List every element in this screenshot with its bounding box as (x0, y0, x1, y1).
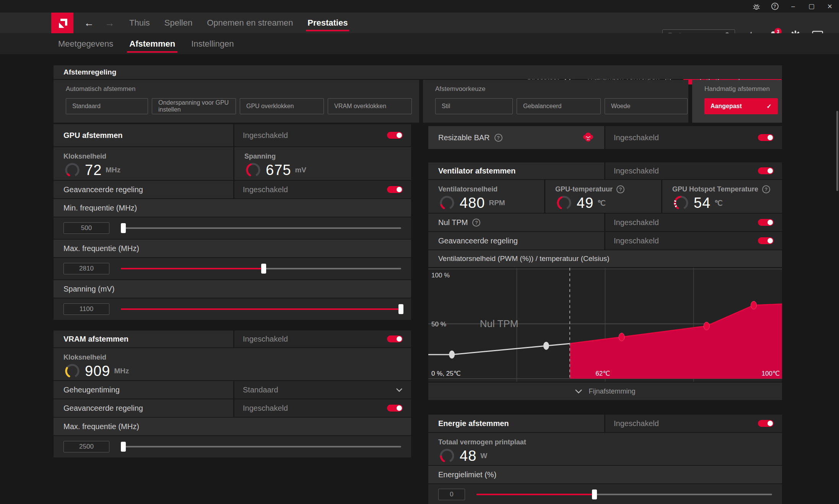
slider-thumb[interactable] (261, 264, 266, 274)
hotspot-help-icon[interactable]: ? (762, 185, 770, 193)
auto-tuning-label: Automatisch afstemmen (66, 85, 419, 93)
resizable-bar-toggle[interactable] (758, 134, 774, 141)
nav-item-opnemen[interactable]: Opnemen en streamen (207, 13, 293, 33)
gpu-max-freq-label-row: Max. frequentie (MHz) (54, 240, 411, 257)
fan-curve-area (570, 304, 782, 379)
slider-thumb[interactable] (121, 223, 126, 233)
zero-rpm-toggle[interactable] (758, 219, 774, 226)
fan-enabled-cell: Ingeschakeld (605, 162, 782, 179)
tab-instellingen[interactable]: Instellingen (191, 33, 234, 54)
preset-aangepast-label: Aangepast (711, 103, 742, 110)
nav-item-prestaties[interactable]: Prestaties (307, 13, 348, 33)
power-limit-slider-row (428, 484, 782, 504)
fan-speed-label: Ventilatorsnelheid (438, 185, 534, 193)
tbp-gauge-cell: Totaal vermogen printplaat 48 W (428, 433, 782, 465)
close-icon: × (828, 2, 832, 11)
titlebar[interactable]: ? – ▢ × (0, 0, 839, 13)
fine-tuning-expander[interactable]: Fijnafstemming (428, 382, 782, 400)
auto-tuning-group: Automatisch afstemmen Standaard Onderspa… (54, 80, 419, 123)
preset-undervolt-gpu[interactable]: Onderspanning voor GPU instellen (152, 98, 236, 114)
x-tick-min: 0 %, 25℃ (431, 370, 461, 377)
vram-max-freq-label-row: Max. frequentie (MHz) (54, 418, 411, 435)
gpu-voltage-value: 675 (266, 162, 291, 178)
gpu-max-freq-input[interactable] (63, 263, 109, 274)
resizable-bar-label: Resizable BAR (438, 133, 490, 142)
scrollbar[interactable] (836, 111, 838, 191)
fan-curve-handle[interactable] (751, 301, 757, 309)
gpu-temp-help-icon[interactable]: ? (616, 185, 624, 193)
preset-overclock-gpu[interactable]: GPU overklokken (240, 98, 324, 114)
preset-gebalanceerd[interactable]: Gebalanceerd (517, 98, 601, 114)
preset-standaard[interactable]: Standaard (66, 98, 148, 114)
maximize-button[interactable]: ▢ (802, 0, 821, 13)
zero-rpm-label: Nul TPM (438, 218, 468, 227)
power-limit-label-row: Energielimiet (%) (428, 466, 782, 483)
fan-curve-handle[interactable] (704, 322, 709, 330)
vram-timing-select[interactable]: Standaard (234, 381, 411, 399)
resizable-bar-enabled-cell: Ingeschakeld (605, 126, 782, 149)
vram-max-freq-input[interactable] (63, 441, 109, 452)
fan-curve-handle[interactable] (619, 333, 624, 341)
slider-thumb[interactable] (592, 489, 597, 499)
bug-report-icon[interactable] (747, 0, 766, 13)
gpu-advanced-toggle[interactable] (387, 186, 403, 193)
amd-logo[interactable] (51, 13, 73, 33)
power-tuning-card: Energie afstemmen Ingeschakeld Totaal ve… (428, 415, 782, 504)
gpu-min-freq-label-row: Min. frequentie (MHz) (54, 199, 411, 217)
fan-enabled-toggle[interactable] (758, 167, 774, 174)
chevron-down-icon (396, 388, 403, 392)
power-enabled-toggle[interactable] (758, 420, 774, 427)
vram-timing-value: Standaard (243, 386, 278, 394)
gpu-min-freq-input[interactable] (63, 222, 109, 234)
preset-woede[interactable]: Woede (605, 98, 688, 114)
resizable-bar-enabled-label: Ingeschakeld (614, 133, 659, 142)
gpu-clock-label: Kloksnelheid (63, 152, 223, 160)
help-button[interactable]: ? (766, 0, 784, 13)
forward-button[interactable]: → (105, 17, 115, 29)
power-limit-input[interactable] (438, 489, 465, 500)
vram-clock-value: 909 (85, 363, 110, 379)
preset-stil[interactable]: Stil (435, 98, 513, 114)
tuning-control-title: Afstemregeling (54, 65, 782, 79)
vram-max-freq-slider[interactable] (121, 442, 401, 452)
gpu-voltage-slider-label: Spanning (mV) (63, 285, 114, 293)
vram-advanced-toggle[interactable] (387, 405, 403, 412)
fan-tuning-card: Ventilator afstemmen Ingeschakeld Ventil… (428, 162, 782, 400)
gpu-max-freq-slider[interactable] (121, 264, 401, 274)
resizable-bar-help-icon[interactable]: ? (494, 134, 502, 142)
fan-curve-handle[interactable] (449, 350, 455, 358)
hotspot-temp-label: GPU Hotspot Temperature (672, 185, 758, 193)
fan-curve-handle[interactable] (543, 342, 549, 350)
fan-advanced-toggle[interactable] (758, 237, 774, 244)
zero-rpm-help-icon[interactable]: ? (472, 219, 480, 227)
power-limit-slider[interactable] (476, 489, 772, 499)
gpu-min-freq-slider[interactable] (121, 223, 401, 233)
fan-advanced-enabled-label: Ingeschakeld (614, 237, 659, 245)
vram-clock-unit: MHz (114, 367, 129, 375)
gpu-voltage-label: Spanning (244, 152, 401, 160)
gpu-enabled-toggle[interactable] (387, 132, 403, 139)
tab-meetgegevens[interactable]: Meetgegevens (58, 33, 113, 54)
nav-item-thuis[interactable]: Thuis (129, 13, 150, 33)
slider-thumb[interactable] (121, 442, 126, 452)
fan-curve-chart[interactable]: 100 %50 %0 %, 25℃62℃100℃Nul TPM (428, 268, 782, 382)
minimize-button[interactable]: – (784, 0, 802, 13)
preset-overclock-vram[interactable]: VRAM overklokken (328, 98, 412, 114)
tab-afstemmen[interactable]: Afstemmen (129, 33, 175, 54)
slider-thumb[interactable] (398, 304, 403, 314)
y-tick-50: 50 % (431, 321, 446, 328)
gpu-voltage-input[interactable] (63, 303, 109, 315)
fan-advanced-row: Geavanceerde regeling (428, 232, 604, 250)
back-button[interactable]: ← (84, 17, 94, 29)
fan-enabled-label: Ingeschakeld (614, 167, 659, 175)
x-tick-62: 62℃ (595, 370, 610, 377)
resizable-bar-cell: Resizable BAR ? (428, 126, 604, 149)
gpu-voltage-slider[interactable] (121, 304, 401, 314)
vram-max-freq-slider-row (54, 436, 411, 457)
preset-aangepast[interactable]: Aangepast ✓ (704, 98, 778, 114)
close-button[interactable]: × (821, 0, 839, 13)
vram-enabled-toggle[interactable] (387, 335, 403, 342)
nav-item-spellen[interactable]: Spellen (164, 13, 192, 33)
vram-advanced-enabled-label: Ingeschakeld (243, 404, 288, 413)
gpu-card-title: GPU afstemmen (63, 131, 123, 140)
